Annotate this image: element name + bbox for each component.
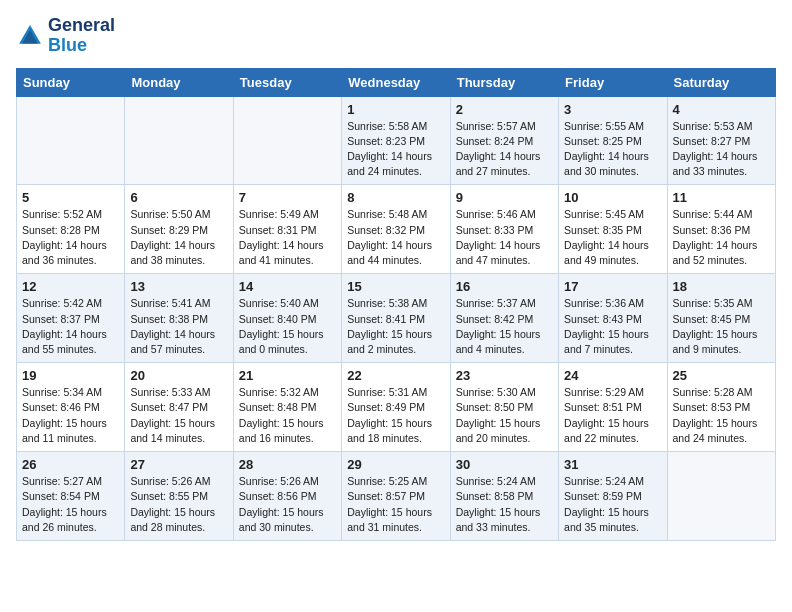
- cell-data: Sunrise: 5:40 AM Sunset: 8:40 PM Dayligh…: [239, 296, 336, 357]
- day-number: 20: [130, 368, 227, 383]
- cell-data: Sunrise: 5:52 AM Sunset: 8:28 PM Dayligh…: [22, 207, 119, 268]
- calendar-cell: [125, 96, 233, 185]
- cell-data: Sunrise: 5:42 AM Sunset: 8:37 PM Dayligh…: [22, 296, 119, 357]
- cell-data: Sunrise: 5:55 AM Sunset: 8:25 PM Dayligh…: [564, 119, 661, 180]
- calendar-cell: 30Sunrise: 5:24 AM Sunset: 8:58 PM Dayli…: [450, 452, 558, 541]
- calendar-cell: 13Sunrise: 5:41 AM Sunset: 8:38 PM Dayli…: [125, 274, 233, 363]
- calendar-cell: 28Sunrise: 5:26 AM Sunset: 8:56 PM Dayli…: [233, 452, 341, 541]
- cell-data: Sunrise: 5:25 AM Sunset: 8:57 PM Dayligh…: [347, 474, 444, 535]
- cell-data: Sunrise: 5:58 AM Sunset: 8:23 PM Dayligh…: [347, 119, 444, 180]
- cell-data: Sunrise: 5:24 AM Sunset: 8:58 PM Dayligh…: [456, 474, 553, 535]
- day-number: 8: [347, 190, 444, 205]
- calendar-cell: [17, 96, 125, 185]
- calendar-cell: 24Sunrise: 5:29 AM Sunset: 8:51 PM Dayli…: [559, 363, 667, 452]
- cell-data: Sunrise: 5:30 AM Sunset: 8:50 PM Dayligh…: [456, 385, 553, 446]
- weekday-header-friday: Friday: [559, 68, 667, 96]
- day-number: 16: [456, 279, 553, 294]
- logo-icon: [16, 22, 44, 50]
- day-number: 13: [130, 279, 227, 294]
- logo-text: General Blue: [48, 16, 115, 56]
- calendar-cell: 11Sunrise: 5:44 AM Sunset: 8:36 PM Dayli…: [667, 185, 775, 274]
- day-number: 5: [22, 190, 119, 205]
- day-number: 17: [564, 279, 661, 294]
- calendar-cell: 1Sunrise: 5:58 AM Sunset: 8:23 PM Daylig…: [342, 96, 450, 185]
- calendar-table: SundayMondayTuesdayWednesdayThursdayFrid…: [16, 68, 776, 541]
- cell-data: Sunrise: 5:34 AM Sunset: 8:46 PM Dayligh…: [22, 385, 119, 446]
- day-number: 29: [347, 457, 444, 472]
- calendar-cell: 5Sunrise: 5:52 AM Sunset: 8:28 PM Daylig…: [17, 185, 125, 274]
- cell-data: Sunrise: 5:27 AM Sunset: 8:54 PM Dayligh…: [22, 474, 119, 535]
- day-number: 1: [347, 102, 444, 117]
- calendar-cell: 6Sunrise: 5:50 AM Sunset: 8:29 PM Daylig…: [125, 185, 233, 274]
- day-number: 24: [564, 368, 661, 383]
- day-number: 11: [673, 190, 770, 205]
- cell-data: Sunrise: 5:26 AM Sunset: 8:56 PM Dayligh…: [239, 474, 336, 535]
- weekday-header-thursday: Thursday: [450, 68, 558, 96]
- calendar-cell: 19Sunrise: 5:34 AM Sunset: 8:46 PM Dayli…: [17, 363, 125, 452]
- cell-data: Sunrise: 5:26 AM Sunset: 8:55 PM Dayligh…: [130, 474, 227, 535]
- day-number: 7: [239, 190, 336, 205]
- day-number: 14: [239, 279, 336, 294]
- cell-data: Sunrise: 5:35 AM Sunset: 8:45 PM Dayligh…: [673, 296, 770, 357]
- calendar-cell: 27Sunrise: 5:26 AM Sunset: 8:55 PM Dayli…: [125, 452, 233, 541]
- calendar-cell: 31Sunrise: 5:24 AM Sunset: 8:59 PM Dayli…: [559, 452, 667, 541]
- calendar-cell: 23Sunrise: 5:30 AM Sunset: 8:50 PM Dayli…: [450, 363, 558, 452]
- calendar-cell: 9Sunrise: 5:46 AM Sunset: 8:33 PM Daylig…: [450, 185, 558, 274]
- calendar-cell: 3Sunrise: 5:55 AM Sunset: 8:25 PM Daylig…: [559, 96, 667, 185]
- day-number: 26: [22, 457, 119, 472]
- day-number: 12: [22, 279, 119, 294]
- calendar-cell: 4Sunrise: 5:53 AM Sunset: 8:27 PM Daylig…: [667, 96, 775, 185]
- cell-data: Sunrise: 5:24 AM Sunset: 8:59 PM Dayligh…: [564, 474, 661, 535]
- cell-data: Sunrise: 5:33 AM Sunset: 8:47 PM Dayligh…: [130, 385, 227, 446]
- page-header: General Blue: [16, 16, 776, 56]
- calendar-cell: 22Sunrise: 5:31 AM Sunset: 8:49 PM Dayli…: [342, 363, 450, 452]
- calendar-cell: 12Sunrise: 5:42 AM Sunset: 8:37 PM Dayli…: [17, 274, 125, 363]
- calendar-cell: 10Sunrise: 5:45 AM Sunset: 8:35 PM Dayli…: [559, 185, 667, 274]
- calendar-cell: [667, 452, 775, 541]
- day-number: 28: [239, 457, 336, 472]
- cell-data: Sunrise: 5:44 AM Sunset: 8:36 PM Dayligh…: [673, 207, 770, 268]
- calendar-cell: 2Sunrise: 5:57 AM Sunset: 8:24 PM Daylig…: [450, 96, 558, 185]
- day-number: 30: [456, 457, 553, 472]
- weekday-header-monday: Monday: [125, 68, 233, 96]
- day-number: 4: [673, 102, 770, 117]
- day-number: 3: [564, 102, 661, 117]
- weekday-header-tuesday: Tuesday: [233, 68, 341, 96]
- day-number: 27: [130, 457, 227, 472]
- calendar-cell: 18Sunrise: 5:35 AM Sunset: 8:45 PM Dayli…: [667, 274, 775, 363]
- calendar-cell: 21Sunrise: 5:32 AM Sunset: 8:48 PM Dayli…: [233, 363, 341, 452]
- cell-data: Sunrise: 5:48 AM Sunset: 8:32 PM Dayligh…: [347, 207, 444, 268]
- calendar-cell: 7Sunrise: 5:49 AM Sunset: 8:31 PM Daylig…: [233, 185, 341, 274]
- cell-data: Sunrise: 5:41 AM Sunset: 8:38 PM Dayligh…: [130, 296, 227, 357]
- day-number: 15: [347, 279, 444, 294]
- cell-data: Sunrise: 5:31 AM Sunset: 8:49 PM Dayligh…: [347, 385, 444, 446]
- day-number: 2: [456, 102, 553, 117]
- cell-data: Sunrise: 5:53 AM Sunset: 8:27 PM Dayligh…: [673, 119, 770, 180]
- cell-data: Sunrise: 5:45 AM Sunset: 8:35 PM Dayligh…: [564, 207, 661, 268]
- calendar-cell: 14Sunrise: 5:40 AM Sunset: 8:40 PM Dayli…: [233, 274, 341, 363]
- weekday-header-wednesday: Wednesday: [342, 68, 450, 96]
- day-number: 18: [673, 279, 770, 294]
- calendar-cell: 16Sunrise: 5:37 AM Sunset: 8:42 PM Dayli…: [450, 274, 558, 363]
- cell-data: Sunrise: 5:32 AM Sunset: 8:48 PM Dayligh…: [239, 385, 336, 446]
- calendar-cell: 20Sunrise: 5:33 AM Sunset: 8:47 PM Dayli…: [125, 363, 233, 452]
- cell-data: Sunrise: 5:46 AM Sunset: 8:33 PM Dayligh…: [456, 207, 553, 268]
- day-number: 10: [564, 190, 661, 205]
- cell-data: Sunrise: 5:28 AM Sunset: 8:53 PM Dayligh…: [673, 385, 770, 446]
- cell-data: Sunrise: 5:57 AM Sunset: 8:24 PM Dayligh…: [456, 119, 553, 180]
- cell-data: Sunrise: 5:50 AM Sunset: 8:29 PM Dayligh…: [130, 207, 227, 268]
- day-number: 31: [564, 457, 661, 472]
- calendar-cell: 29Sunrise: 5:25 AM Sunset: 8:57 PM Dayli…: [342, 452, 450, 541]
- logo: General Blue: [16, 16, 115, 56]
- day-number: 23: [456, 368, 553, 383]
- weekday-header-sunday: Sunday: [17, 68, 125, 96]
- calendar-cell: 26Sunrise: 5:27 AM Sunset: 8:54 PM Dayli…: [17, 452, 125, 541]
- calendar-cell: 8Sunrise: 5:48 AM Sunset: 8:32 PM Daylig…: [342, 185, 450, 274]
- calendar-cell: [233, 96, 341, 185]
- day-number: 19: [22, 368, 119, 383]
- day-number: 21: [239, 368, 336, 383]
- calendar-cell: 15Sunrise: 5:38 AM Sunset: 8:41 PM Dayli…: [342, 274, 450, 363]
- calendar-cell: 17Sunrise: 5:36 AM Sunset: 8:43 PM Dayli…: [559, 274, 667, 363]
- cell-data: Sunrise: 5:49 AM Sunset: 8:31 PM Dayligh…: [239, 207, 336, 268]
- cell-data: Sunrise: 5:36 AM Sunset: 8:43 PM Dayligh…: [564, 296, 661, 357]
